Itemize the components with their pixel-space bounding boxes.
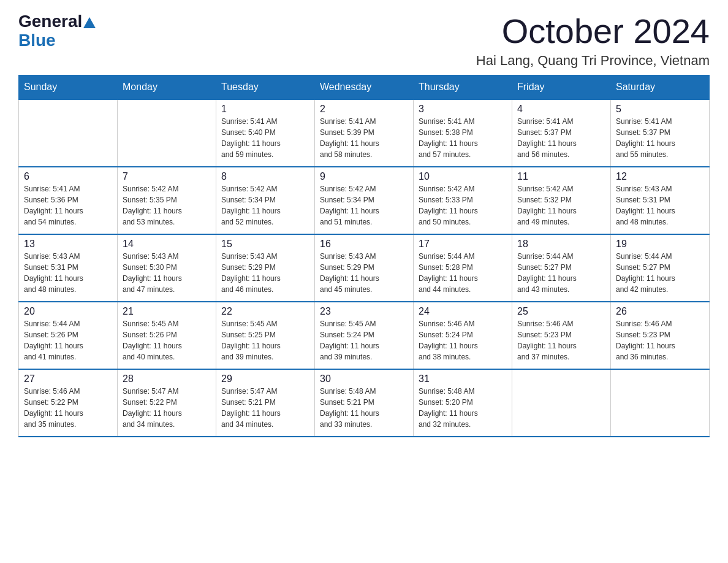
calendar-cell: 23Sunrise: 5:45 AM Sunset: 5:24 PM Dayli… <box>315 302 414 369</box>
calendar-header-sunday: Sunday <box>19 75 118 99</box>
day-info: Sunrise: 5:42 AM Sunset: 5:35 PM Dayligh… <box>123 183 211 228</box>
day-info: Sunrise: 5:42 AM Sunset: 5:34 PM Dayligh… <box>221 183 309 228</box>
calendar-cell: 28Sunrise: 5:47 AM Sunset: 5:22 PM Dayli… <box>118 369 216 437</box>
day-number: 5 <box>616 104 704 115</box>
calendar-header-monday: Monday <box>118 75 216 99</box>
calendar-cell: 22Sunrise: 5:45 AM Sunset: 5:25 PM Dayli… <box>216 302 315 369</box>
day-info: Sunrise: 5:45 AM Sunset: 5:25 PM Dayligh… <box>221 318 309 362</box>
day-number: 25 <box>517 306 605 317</box>
day-number: 19 <box>616 239 704 250</box>
day-info: Sunrise: 5:43 AM Sunset: 5:29 PM Dayligh… <box>221 251 309 295</box>
calendar-cell <box>118 99 216 167</box>
day-number: 7 <box>123 171 211 182</box>
calendar-cell <box>611 369 710 437</box>
day-info: Sunrise: 5:41 AM Sunset: 5:36 PM Dayligh… <box>24 183 112 228</box>
day-info: Sunrise: 5:46 AM Sunset: 5:23 PM Dayligh… <box>616 318 704 362</box>
day-info: Sunrise: 5:44 AM Sunset: 5:27 PM Dayligh… <box>616 251 704 295</box>
page-header: General Blue October 2024 Hai Lang, Quan… <box>18 12 710 69</box>
day-info: Sunrise: 5:44 AM Sunset: 5:26 PM Dayligh… <box>24 318 112 362</box>
logo-blue: Blue <box>18 31 56 50</box>
calendar-cell: 10Sunrise: 5:42 AM Sunset: 5:33 PM Dayli… <box>414 167 512 234</box>
day-info: Sunrise: 5:46 AM Sunset: 5:23 PM Dayligh… <box>517 318 605 362</box>
day-info: Sunrise: 5:47 AM Sunset: 5:21 PM Dayligh… <box>221 386 309 430</box>
calendar-cell: 18Sunrise: 5:44 AM Sunset: 5:27 PM Dayli… <box>512 234 611 302</box>
calendar-week-row: 13Sunrise: 5:43 AM Sunset: 5:31 PM Dayli… <box>19 234 710 302</box>
day-info: Sunrise: 5:43 AM Sunset: 5:31 PM Dayligh… <box>616 183 704 228</box>
day-info: Sunrise: 5:46 AM Sunset: 5:24 PM Dayligh… <box>419 318 507 362</box>
day-number: 27 <box>24 373 112 385</box>
calendar-cell: 19Sunrise: 5:44 AM Sunset: 5:27 PM Dayli… <box>611 234 710 302</box>
location-title: Hai Lang, Quang Tri Province, Vietnam <box>476 53 710 69</box>
calendar-cell <box>512 369 611 437</box>
day-number: 11 <box>517 171 605 182</box>
day-number: 15 <box>221 239 309 250</box>
month-title: October 2024 <box>476 12 710 50</box>
day-info: Sunrise: 5:48 AM Sunset: 5:20 PM Dayligh… <box>419 386 507 430</box>
calendar-cell: 4Sunrise: 5:41 AM Sunset: 5:37 PM Daylig… <box>512 99 611 167</box>
day-info: Sunrise: 5:43 AM Sunset: 5:30 PM Dayligh… <box>123 251 211 295</box>
calendar-header-wednesday: Wednesday <box>315 75 414 99</box>
day-number: 24 <box>419 306 507 317</box>
calendar-header-tuesday: Tuesday <box>216 75 315 99</box>
day-number: 3 <box>419 104 507 115</box>
calendar-cell: 9Sunrise: 5:42 AM Sunset: 5:34 PM Daylig… <box>315 167 414 234</box>
day-info: Sunrise: 5:41 AM Sunset: 5:39 PM Dayligh… <box>320 116 408 160</box>
calendar-cell: 16Sunrise: 5:43 AM Sunset: 5:29 PM Dayli… <box>315 234 414 302</box>
day-info: Sunrise: 5:41 AM Sunset: 5:40 PM Dayligh… <box>221 116 309 160</box>
calendar-cell: 26Sunrise: 5:46 AM Sunset: 5:23 PM Dayli… <box>611 302 710 369</box>
calendar-cell: 11Sunrise: 5:42 AM Sunset: 5:32 PM Dayli… <box>512 167 611 234</box>
day-number: 10 <box>419 171 507 182</box>
day-number: 26 <box>616 306 704 317</box>
calendar-cell: 3Sunrise: 5:41 AM Sunset: 5:38 PM Daylig… <box>414 99 512 167</box>
day-info: Sunrise: 5:43 AM Sunset: 5:29 PM Dayligh… <box>320 251 408 295</box>
day-info: Sunrise: 5:42 AM Sunset: 5:32 PM Dayligh… <box>517 183 605 228</box>
calendar-cell: 15Sunrise: 5:43 AM Sunset: 5:29 PM Dayli… <box>216 234 315 302</box>
logo-general: General <box>18 12 82 31</box>
day-info: Sunrise: 5:45 AM Sunset: 5:24 PM Dayligh… <box>320 318 408 362</box>
calendar-header-thursday: Thursday <box>414 75 512 99</box>
calendar-table: SundayMondayTuesdayWednesdayThursdayFrid… <box>18 75 710 437</box>
calendar-cell: 5Sunrise: 5:41 AM Sunset: 5:37 PM Daylig… <box>611 99 710 167</box>
calendar-week-row: 6Sunrise: 5:41 AM Sunset: 5:36 PM Daylig… <box>19 167 710 234</box>
day-number: 1 <box>221 104 309 115</box>
day-number: 12 <box>616 171 704 182</box>
day-info: Sunrise: 5:41 AM Sunset: 5:38 PM Dayligh… <box>419 116 507 160</box>
day-number: 16 <box>320 239 408 250</box>
day-number: 23 <box>320 306 408 317</box>
calendar-cell: 27Sunrise: 5:46 AM Sunset: 5:22 PM Dayli… <box>19 369 118 437</box>
day-info: Sunrise: 5:42 AM Sunset: 5:34 PM Dayligh… <box>320 183 408 228</box>
day-number: 20 <box>24 306 112 317</box>
calendar-cell: 1Sunrise: 5:41 AM Sunset: 5:40 PM Daylig… <box>216 99 315 167</box>
calendar-cell: 20Sunrise: 5:44 AM Sunset: 5:26 PM Dayli… <box>19 302 118 369</box>
calendar-cell: 14Sunrise: 5:43 AM Sunset: 5:30 PM Dayli… <box>118 234 216 302</box>
day-info: Sunrise: 5:46 AM Sunset: 5:22 PM Dayligh… <box>24 386 112 430</box>
calendar-cell: 30Sunrise: 5:48 AM Sunset: 5:21 PM Dayli… <box>315 369 414 437</box>
day-number: 31 <box>419 373 507 385</box>
day-number: 2 <box>320 104 408 115</box>
day-number: 22 <box>221 306 309 317</box>
title-section: October 2024 Hai Lang, Quang Tri Provinc… <box>476 12 710 69</box>
calendar-cell: 31Sunrise: 5:48 AM Sunset: 5:20 PM Dayli… <box>414 369 512 437</box>
day-number: 29 <box>221 373 309 385</box>
calendar-cell: 24Sunrise: 5:46 AM Sunset: 5:24 PM Dayli… <box>414 302 512 369</box>
day-number: 14 <box>123 239 211 250</box>
day-number: 4 <box>517 104 605 115</box>
day-info: Sunrise: 5:45 AM Sunset: 5:26 PM Dayligh… <box>123 318 211 362</box>
day-number: 9 <box>320 171 408 182</box>
day-info: Sunrise: 5:42 AM Sunset: 5:33 PM Dayligh… <box>419 183 507 228</box>
day-info: Sunrise: 5:44 AM Sunset: 5:27 PM Dayligh… <box>517 251 605 295</box>
day-info: Sunrise: 5:48 AM Sunset: 5:21 PM Dayligh… <box>320 386 408 430</box>
calendar-cell: 8Sunrise: 5:42 AM Sunset: 5:34 PM Daylig… <box>216 167 315 234</box>
day-info: Sunrise: 5:47 AM Sunset: 5:22 PM Dayligh… <box>123 386 211 430</box>
calendar-week-row: 20Sunrise: 5:44 AM Sunset: 5:26 PM Dayli… <box>19 302 710 369</box>
day-number: 13 <box>24 239 112 250</box>
calendar-week-row: 27Sunrise: 5:46 AM Sunset: 5:22 PM Dayli… <box>19 369 710 437</box>
calendar-cell: 13Sunrise: 5:43 AM Sunset: 5:31 PM Dayli… <box>19 234 118 302</box>
calendar-cell: 29Sunrise: 5:47 AM Sunset: 5:21 PM Dayli… <box>216 369 315 437</box>
calendar-cell: 12Sunrise: 5:43 AM Sunset: 5:31 PM Dayli… <box>611 167 710 234</box>
day-info: Sunrise: 5:41 AM Sunset: 5:37 PM Dayligh… <box>616 116 704 160</box>
logo-triangle-icon <box>83 17 96 28</box>
day-number: 18 <box>517 239 605 250</box>
day-number: 21 <box>123 306 211 317</box>
day-number: 17 <box>419 239 507 250</box>
